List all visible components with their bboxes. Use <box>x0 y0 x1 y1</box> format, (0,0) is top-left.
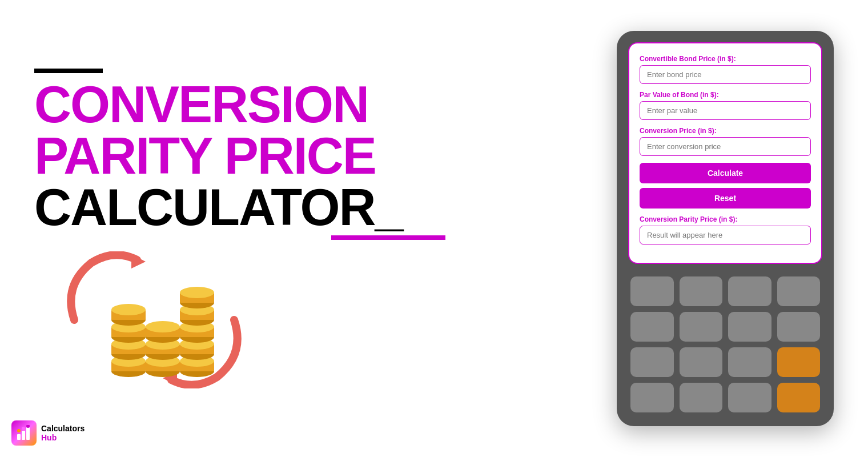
key-14[interactable] <box>728 383 771 412</box>
par-value-input[interactable] <box>640 101 811 120</box>
result-label: Conversion Parity Price (in $): <box>640 215 811 223</box>
title-line1: CONVERSION <box>34 79 560 130</box>
key-11[interactable] <box>728 347 771 377</box>
key-orange-1[interactable] <box>777 347 821 377</box>
conversion-price-group: Conversion Price (in $): <box>640 127 811 156</box>
svg-point-42 <box>22 427 25 430</box>
title-underline <box>331 235 445 240</box>
logo-text: Calculators Hub <box>41 424 85 442</box>
key-10[interactable] <box>680 347 723 377</box>
title-line2: PARITY PRICE <box>34 130 560 182</box>
key-8[interactable] <box>777 312 821 342</box>
svg-point-22 <box>146 321 180 332</box>
bond-price-label: Convertible Bond Price (in $): <box>640 55 811 63</box>
calculator-screen: Convertible Bond Price (in $): Par Value… <box>628 42 822 264</box>
result-group: Conversion Parity Price (in $): <box>640 215 811 244</box>
svg-point-37 <box>180 287 214 298</box>
left-section: CONVERSION PARITY PRICE CALCULATOR_ <box>0 0 594 457</box>
key-1[interactable] <box>630 276 674 306</box>
key-9[interactable] <box>630 347 674 377</box>
right-section: Convertible Bond Price (in $): Par Value… <box>594 0 868 457</box>
key-6[interactable] <box>680 312 723 342</box>
svg-rect-40 <box>26 427 30 440</box>
bond-price-input[interactable] <box>640 65 811 84</box>
key-7[interactable] <box>728 312 771 342</box>
key-13[interactable] <box>680 383 723 412</box>
logo-icon <box>11 420 37 446</box>
conversion-price-input[interactable] <box>640 137 811 156</box>
calculator-body: Convertible Bond Price (in $): Par Value… <box>617 31 834 426</box>
key-2[interactable] <box>680 276 723 306</box>
result-input <box>640 226 811 244</box>
reset-button[interactable]: Reset <box>640 188 811 209</box>
svg-point-13 <box>111 304 146 315</box>
title-line3: CALCULATOR_ <box>34 182 560 233</box>
keypad <box>628 274 822 415</box>
coin-illustration <box>57 251 251 388</box>
logo-name-bottom: Hub <box>41 433 85 442</box>
conversion-price-label: Conversion Price (in $): <box>640 127 811 135</box>
key-3[interactable] <box>728 276 771 306</box>
key-5[interactable] <box>630 312 674 342</box>
title-accent-bar <box>34 69 103 73</box>
logo-area: Calculators Hub <box>11 420 85 446</box>
svg-rect-39 <box>22 431 25 440</box>
key-4[interactable] <box>777 276 821 306</box>
key-12[interactable] <box>630 383 674 412</box>
par-value-group: Par Value of Bond (in $): <box>640 91 811 120</box>
logo-name-top: Calculators <box>41 424 85 433</box>
svg-rect-38 <box>17 434 21 440</box>
bond-price-group: Convertible Bond Price (in $): <box>640 55 811 84</box>
calculate-button[interactable]: Calculate <box>640 163 811 183</box>
par-value-label: Par Value of Bond (in $): <box>640 91 811 99</box>
key-orange-2[interactable] <box>777 383 821 412</box>
svg-point-41 <box>17 429 21 432</box>
